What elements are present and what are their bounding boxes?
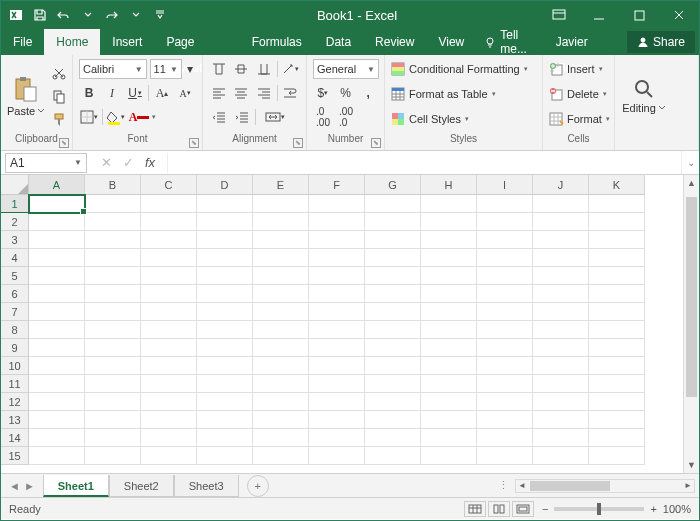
cell[interactable] [253, 267, 309, 285]
cell[interactable] [197, 213, 253, 231]
cell[interactable] [589, 411, 645, 429]
cell[interactable] [253, 339, 309, 357]
cell[interactable] [365, 447, 421, 465]
cell[interactable] [253, 213, 309, 231]
cell[interactable] [141, 339, 197, 357]
cell[interactable] [421, 339, 477, 357]
column-header[interactable]: I [477, 175, 533, 195]
sheet-tab-3[interactable]: Sheet3 [174, 475, 239, 497]
cell[interactable] [421, 357, 477, 375]
cell[interactable] [589, 357, 645, 375]
cell[interactable] [29, 249, 85, 267]
cell[interactable] [85, 339, 141, 357]
cell[interactable] [253, 447, 309, 465]
cell[interactable] [85, 411, 141, 429]
cell[interactable] [141, 285, 197, 303]
row-header[interactable]: 2 [1, 213, 29, 231]
paste-button[interactable]: Paste [7, 63, 45, 129]
cell[interactable] [477, 303, 533, 321]
undo-icon[interactable] [57, 8, 71, 22]
align-middle-button[interactable] [232, 59, 252, 79]
merge-center-button[interactable]: ▾ [259, 107, 291, 127]
share-button[interactable]: Share [627, 31, 695, 53]
cell[interactable] [85, 249, 141, 267]
customize-qat-icon[interactable] [153, 8, 167, 22]
align-top-button[interactable] [209, 59, 229, 79]
cell[interactable] [589, 195, 645, 213]
cell[interactable] [253, 375, 309, 393]
cell[interactable] [309, 393, 365, 411]
cell[interactable] [589, 213, 645, 231]
cell[interactable] [533, 447, 589, 465]
maximize-button[interactable] [619, 1, 659, 29]
cell[interactable] [29, 267, 85, 285]
column-header[interactable]: K [589, 175, 645, 195]
cell[interactable] [141, 429, 197, 447]
cell[interactable] [141, 249, 197, 267]
copy-button[interactable] [49, 86, 69, 106]
row-header[interactable]: 10 [1, 357, 29, 375]
cell[interactable] [589, 285, 645, 303]
cell[interactable] [477, 411, 533, 429]
format-painter-button[interactable] [49, 109, 69, 129]
sheet-nav-prev[interactable]: ◄ [9, 480, 20, 492]
dialog-launcher-icon[interactable]: ⬊ [293, 138, 303, 148]
fill-color-button[interactable]: ▾ [106, 107, 126, 127]
cell[interactable] [197, 429, 253, 447]
increase-indent-button[interactable] [232, 107, 252, 127]
cell[interactable] [421, 249, 477, 267]
row-header[interactable]: 14 [1, 429, 29, 447]
cell[interactable] [477, 321, 533, 339]
find-select-button[interactable]: Editing [621, 63, 667, 129]
cell[interactable] [365, 267, 421, 285]
cell[interactable] [29, 303, 85, 321]
conditional-formatting-button[interactable]: Conditional Formatting▾ [391, 59, 536, 79]
chevron-down-icon[interactable]: ▾ [185, 59, 196, 79]
cell[interactable] [477, 447, 533, 465]
delete-cells-button[interactable]: Delete▾ [549, 84, 608, 104]
cell[interactable] [477, 357, 533, 375]
cell[interactable] [141, 375, 197, 393]
cell[interactable] [533, 231, 589, 249]
sheet-tab-1[interactable]: Sheet1 [43, 475, 109, 497]
tab-data[interactable]: Data [314, 29, 363, 55]
cell[interactable] [253, 393, 309, 411]
cell[interactable] [197, 267, 253, 285]
cell[interactable] [309, 375, 365, 393]
cell[interactable] [309, 447, 365, 465]
zoom-thumb[interactable] [597, 503, 601, 515]
cell[interactable] [309, 339, 365, 357]
select-all-corner[interactable] [1, 175, 29, 195]
cell[interactable] [197, 375, 253, 393]
cell[interactable] [421, 393, 477, 411]
cell[interactable] [477, 213, 533, 231]
cell-styles-button[interactable]: Cell Styles▾ [391, 109, 536, 129]
cell[interactable] [29, 195, 85, 213]
cell[interactable] [365, 411, 421, 429]
orientation-button[interactable]: ▾ [280, 59, 300, 79]
cell[interactable] [533, 393, 589, 411]
cell[interactable] [589, 249, 645, 267]
scroll-thumb[interactable] [686, 197, 697, 397]
borders-button[interactable]: ▾ [79, 107, 99, 127]
cell[interactable] [253, 231, 309, 249]
cell[interactable] [197, 321, 253, 339]
tab-view[interactable]: View [426, 29, 476, 55]
cell[interactable] [29, 411, 85, 429]
dialog-launcher-icon[interactable]: ⬊ [59, 138, 69, 148]
cell[interactable] [533, 195, 589, 213]
chevron-down-icon[interactable] [81, 8, 95, 22]
cell[interactable] [141, 267, 197, 285]
cell[interactable] [253, 249, 309, 267]
cell[interactable] [421, 321, 477, 339]
tab-formulas[interactable]: Formulas [240, 29, 314, 55]
cell[interactable] [29, 393, 85, 411]
accounting-format-button[interactable]: $▾ [313, 83, 333, 103]
cell[interactable] [85, 393, 141, 411]
cell[interactable] [533, 213, 589, 231]
increase-decimal-button[interactable]: .0.00 [313, 107, 333, 127]
italic-button[interactable]: I [102, 83, 122, 103]
cell[interactable] [309, 285, 365, 303]
zoom-in-button[interactable]: + [650, 503, 656, 515]
column-header[interactable]: G [365, 175, 421, 195]
